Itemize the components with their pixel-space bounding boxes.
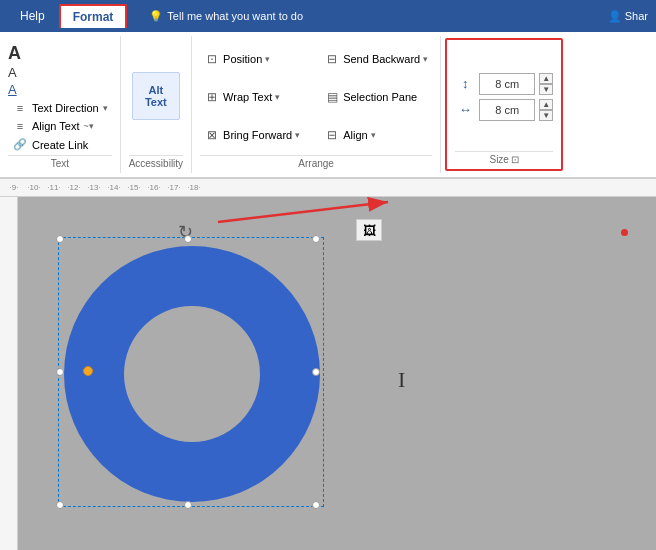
ruler-mark: ·9· [4,183,24,192]
canvas-sidebar [0,197,18,550]
wrap-text-icon: ⊞ [204,90,220,104]
ruler-marks: ·9· ·10· ·11· ·12· ·13· ·14· ·15· ·16· ·… [4,183,204,192]
svg-point-2 [64,246,320,502]
alt-text-label2: Text [145,96,167,108]
share-button[interactable]: 👤 Shar [608,10,648,23]
ruler-mark: ·14· [104,183,124,192]
text-a-small: A [8,66,112,79]
person-icon: 👤 [608,10,622,22]
handle-yellow[interactable] [83,366,93,376]
size-items: ↕ ▲ ▼ ↔ ▲ ▼ [455,44,553,149]
bring-forward-arrow: ▾ [295,130,300,140]
selection-pane-btn[interactable]: ▤ Selection Pane [320,78,432,115]
alt-text-label1: Alt [145,84,167,96]
handle-top-right[interactable] [312,235,320,243]
size-group: ↕ ▲ ▼ ↔ ▲ ▼ Size ⊡ [445,38,563,171]
ribbon: A A A ≡ Text Direction ▾ ≡ Align Text ~▾… [0,32,656,179]
handle-bot-left[interactable] [56,501,64,509]
bring-forward-icon: ⊠ [204,128,220,142]
ruler-mark: ·12· [64,183,84,192]
ruler-mark: ·15· [124,183,144,192]
width-input[interactable] [479,99,535,121]
height-icon: ↕ [455,74,475,94]
tab-format[interactable]: Format [59,4,128,28]
ruler-mark: ·13· [84,183,104,192]
align-text-icon: ≡ [12,120,28,132]
search-label[interactable]: Tell me what you want to do [167,10,303,22]
size-group-label: Size ⊡ [455,151,553,165]
align-btn[interactable]: ⊟ Align ▾ [320,116,432,153]
lightbulb-icon: 💡 [149,10,163,23]
text-direction-btn[interactable]: ≡ Text Direction ▾ [8,100,112,116]
arrange-group-label: Arrange [200,155,432,169]
handle-mid-left[interactable] [56,368,64,376]
text-group-label: Text [8,155,112,169]
align-icon: ⊟ [324,128,340,142]
height-spinner: ▲ ▼ [539,73,553,95]
text-direction-icon: ≡ [12,102,28,114]
position-btn[interactable]: ⊡ Position ▾ [200,40,312,77]
handle-mid-right[interactable] [312,368,320,376]
alt-text-button[interactable]: Alt Text [132,72,180,120]
align-arrow: ▾ [371,130,376,140]
tab-bar: Help Format 💡 Tell me what you want to d… [0,0,656,32]
arrange-items: ⊡ Position ▾ ⊟ Send Backward ▾ ⊞ Wrap Te… [200,40,432,153]
handle-bot-center[interactable] [184,501,192,509]
position-arrow: ▾ [265,54,270,64]
size-expand-icon[interactable]: ⊡ [511,154,519,165]
accessibility-group-label: Accessibility [129,155,183,169]
text-group-items: A A A ≡ Text Direction ▾ ≡ Align Text ~▾… [8,40,112,153]
ruler-mark: ·17· [164,183,184,192]
width-down-btn[interactable]: ▼ [539,110,553,121]
handle-top-center[interactable] [184,235,192,243]
handle-bot-right[interactable] [312,501,320,509]
ruler-mark: ·11· [44,183,64,192]
text-direction-arrow: ▾ [103,103,108,113]
height-input[interactable] [479,73,535,95]
canvas-main[interactable]: ↻ [18,197,656,550]
ruler-mark: ·16· [144,183,164,192]
text-group: A A A ≡ Text Direction ▾ ≡ Align Text ~▾… [0,36,121,173]
selection-pane-icon: ▤ [324,90,340,104]
position-icon: ⊡ [204,52,220,66]
ruler-mark: ·10· [24,183,44,192]
bring-forward-btn[interactable]: ⊠ Bring Forward ▾ [200,116,312,153]
accessibility-group: Alt Text Accessibility [121,36,192,173]
arrange-group: ⊡ Position ▾ ⊟ Send Backward ▾ ⊞ Wrap Te… [192,36,441,173]
width-icon: ↔ [455,100,475,120]
create-link-btn[interactable]: 🔗 Create Link [8,136,112,153]
red-dot [621,229,628,236]
width-up-btn[interactable]: ▲ [539,99,553,110]
height-row: ↕ ▲ ▼ [455,73,553,95]
shape-container[interactable]: ↻ [38,217,338,527]
donut-shape[interactable] [60,239,324,509]
width-spinner: ▲ ▼ [539,99,553,121]
ruler: ·9· ·10· ·11· ·12· ·13· ·14· ·15· ·16· ·… [0,179,656,197]
text-a-large: A [8,44,112,62]
send-backward-btn[interactable]: ⊟ Send Backward ▾ [320,40,432,77]
align-text-btn[interactable]: ≡ Align Text ~▾ [8,118,112,134]
align-text-arrow: ~▾ [84,121,94,131]
wrap-text-arrow: ▾ [275,92,280,102]
tab-search-area: 💡 Tell me what you want to do [149,10,303,23]
send-backward-icon: ⊟ [324,52,340,66]
handle-top-left[interactable] [56,235,64,243]
text-a-color: A [8,83,112,96]
canvas-area: ↻ [0,197,656,550]
height-down-btn[interactable]: ▼ [539,84,553,95]
wrap-text-btn[interactable]: ⊞ Wrap Text ▾ [200,78,312,115]
width-row: ↔ ▲ ▼ [455,99,553,121]
text-cursor: I [398,367,405,393]
layout-icon[interactable]: 🖼 [356,219,382,241]
height-up-btn[interactable]: ▲ [539,73,553,84]
link-icon: 🔗 [12,138,28,151]
tab-help[interactable]: Help [8,5,57,27]
send-backward-arrow: ▾ [423,54,428,64]
ruler-mark: ·18· [184,183,204,192]
